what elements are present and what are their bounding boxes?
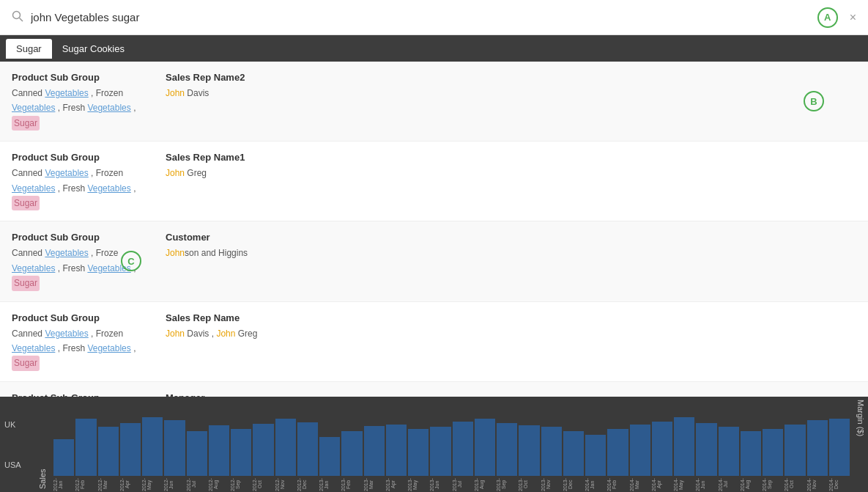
field-label: Product Sub Group <box>12 72 166 83</box>
chart-bar <box>187 431 207 476</box>
x-axis-label: 2013-Jun <box>429 477 451 492</box>
highlight-vegetables: Vegetables <box>45 248 88 258</box>
x-axis-label: 2014-Oct <box>784 477 806 492</box>
search-icon <box>12 10 23 25</box>
x-axis-label: 2014-Mar <box>629 477 651 492</box>
chart-bar <box>164 420 185 476</box>
field-label: Product Sub Group <box>12 232 166 243</box>
x-axis-label: 2013-May <box>407 477 429 492</box>
x-axis-label: 2013-Jul <box>452 477 474 492</box>
chart-bar <box>497 423 517 476</box>
chart-label-usa: USA <box>4 460 31 469</box>
x-axis-label: 2012-Jun <box>163 477 185 492</box>
x-axis-label: 2013-Aug <box>474 477 496 492</box>
chart-bar <box>674 417 694 476</box>
x-axis-label: 2012-Feb <box>75 477 97 492</box>
chart-bar <box>231 429 251 476</box>
chart-bar <box>142 417 163 476</box>
chart-area: UK USA Sales 2012-Jan2012-Feb2012-Mar201… <box>0 397 868 492</box>
chart-bar <box>253 424 273 476</box>
chart-label-uk: UK <box>4 420 31 429</box>
highlight-vegetables: Vegetables <box>45 88 88 98</box>
chart-bar <box>430 427 450 476</box>
x-axis-label: 2013-Dec <box>563 477 585 492</box>
result-left: Product Sub Group Canned Vegetables , Fr… <box>12 72 166 131</box>
x-axis-label: 2013-Sep <box>496 477 518 492</box>
field-values: Canned Vegetables , Frozen Vegetables , … <box>12 326 166 371</box>
highlight-sugar: Sugar <box>12 276 40 290</box>
field-values: Canned Vegetables , FrozeVegetables , Fr… <box>12 246 166 290</box>
result-left: Product Sub Group Canned Vegetables , Fr… <box>12 232 166 290</box>
svg-line-1 <box>20 18 23 21</box>
x-axis-label: 2014-May <box>673 477 695 492</box>
highlight-vegetables: Vegetables <box>12 343 55 353</box>
chart-bars: 2012-Jan2012-Feb2012-Mar2012-Apr2012-May… <box>50 397 853 492</box>
badge-b: B <box>804 91 824 111</box>
chart-bar <box>630 425 650 476</box>
chart-bar <box>453 422 473 476</box>
x-axis-label: 2012-May <box>141 477 163 492</box>
highlight-sugar: Sugar <box>12 116 40 131</box>
chart-bar <box>719 427 739 476</box>
x-axis-label: 2012-Jan <box>53 477 75 492</box>
result-row: Product Sub Group Canned Vegetables , Fr… <box>0 62 868 142</box>
chart-bar <box>297 422 318 476</box>
chart-bar <box>75 419 96 476</box>
chart-bar <box>652 422 672 476</box>
x-axis-label: 2012-Dec <box>297 477 319 492</box>
result-row: Product Sub Group Canned Vegetables , Fr… <box>0 142 868 221</box>
chart-bar <box>275 419 296 476</box>
chart-bar <box>585 435 606 476</box>
close-button[interactable]: × <box>850 11 856 24</box>
chart-bar <box>319 437 340 476</box>
x-axis-label: 2012-Oct <box>252 477 274 492</box>
highlight-john: John <box>166 328 185 339</box>
right-axis-label: Margin ($) <box>853 397 868 492</box>
highlight-vegetables: Vegetables <box>45 328 88 339</box>
x-axis-label: 2012-Mar <box>97 477 119 492</box>
highlight-vegetables: Vegetables <box>87 103 130 113</box>
field-label: Product Sub Group <box>12 152 166 163</box>
highlight-vegetables: Vegetables <box>12 263 55 273</box>
x-axis-label: 2014-Apr <box>651 477 673 492</box>
chart-bar <box>98 427 119 476</box>
chart-bar <box>209 425 229 476</box>
x-axis-label: 2014-Aug <box>740 477 762 492</box>
chart-bar <box>763 429 783 476</box>
highlight-sugar: Sugar <box>12 356 40 370</box>
tab-sugar[interactable]: Sugar <box>6 39 52 59</box>
result-right: Sales Rep Name2 John Davis <box>166 72 856 100</box>
x-axis-label: 2013-Apr <box>385 477 407 492</box>
svg-point-0 <box>13 11 21 18</box>
chart-bar <box>475 419 495 476</box>
tab-sugar-cookies[interactable]: Sugar Cookies <box>52 39 135 59</box>
chart-bar <box>607 429 628 476</box>
x-axis-label: 2014-Jun <box>695 477 717 492</box>
field-label: Product Sub Group <box>12 312 166 323</box>
x-axis-label: 2013-Oct <box>518 477 540 492</box>
result-right: Customer Johnson and Higgins <box>166 232 856 260</box>
field-label: Sales Rep Name2 <box>166 72 856 83</box>
highlight-vegetables: Vegetables <box>12 183 55 194</box>
chart-bar <box>364 426 385 476</box>
x-axis-label: 2012-Apr <box>119 477 141 492</box>
x-axis-label: 2013-Nov <box>541 477 563 492</box>
x-axis-label: 2013-Mar <box>363 477 385 492</box>
chart-bar <box>541 427 562 476</box>
x-axis-label: 2014-Feb <box>607 477 628 492</box>
field-label: Sales Rep Name1 <box>166 152 856 163</box>
chart-bar <box>784 425 805 476</box>
result-left: Product Sub Group Canned Vegetables , Fr… <box>12 152 166 210</box>
search-input[interactable] <box>31 11 810 23</box>
x-axis-label: 2014-Nov <box>806 477 828 492</box>
field-label: Sales Rep Name <box>166 312 856 323</box>
badge-c: C <box>121 251 141 271</box>
badge-a: A <box>817 7 838 28</box>
result-row: Product Sub Group Canned Vegetables , Fr… <box>0 382 868 397</box>
x-axis-label: 2013-Feb <box>341 477 363 492</box>
chart-bar <box>341 431 362 476</box>
field-values: John Davis , John Greg <box>166 326 856 341</box>
results-area: Product Sub Group Canned Vegetables , Fr… <box>0 62 868 397</box>
field-values: Canned Vegetables , Frozen Vegetables , … <box>12 86 166 131</box>
chart-bar <box>53 439 74 476</box>
